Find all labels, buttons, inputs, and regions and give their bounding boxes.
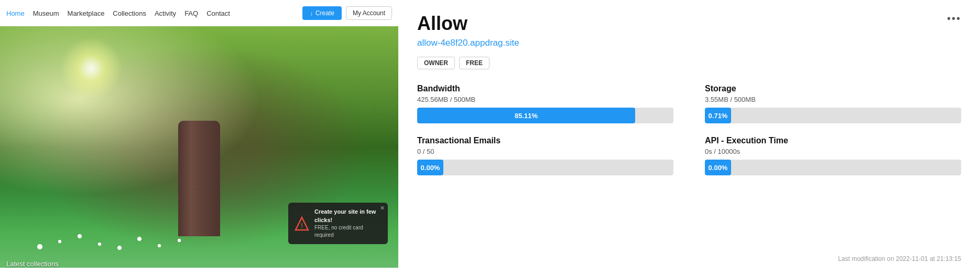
emails-progress-bg: 0.00%: [417, 160, 673, 175]
popup-overlay: ✕ ! Create your site in few clicks! FREE…: [288, 203, 388, 244]
nav-link-home[interactable]: Home: [6, 9, 25, 17]
create-button[interactable]: Create: [302, 6, 342, 20]
nav-link-activity[interactable]: Activity: [155, 9, 176, 17]
emails-value: 0 / 50: [417, 148, 673, 155]
app-url[interactable]: allow-4e8f20.appdrag.site: [417, 38, 961, 48]
api-title: API - Execution Time: [705, 136, 961, 145]
emails-progress-fill: 0.00%: [417, 160, 443, 175]
api-value: 0s / 10000s: [705, 148, 961, 155]
nav-link-contact[interactable]: Contact: [206, 9, 230, 17]
nav-link-museum[interactable]: Museum: [33, 9, 59, 17]
nav-links: Home Museum Marketplace Collections Acti…: [6, 9, 302, 17]
right-panel: ••• Allow allow-4e8f20.appdrag.site OWNE…: [398, 0, 980, 273]
nav-link-marketplace[interactable]: Marketplace: [68, 9, 105, 17]
storage-percent: 0.71%: [709, 112, 728, 120]
app-title: Allow: [417, 13, 961, 35]
metric-storage: Storage 3.55MB / 500MB 0.71%: [705, 84, 961, 123]
svg-text:!: !: [301, 222, 303, 229]
emails-percent: 0.00%: [421, 164, 440, 172]
bandwidth-title: Bandwidth: [417, 84, 673, 93]
left-panel: Home Museum Marketplace Collections Acti…: [0, 0, 398, 273]
api-progress-fill: 0.00%: [705, 160, 731, 175]
popup-sub-line: FREE, no credit card required: [314, 224, 383, 239]
popup-close-button[interactable]: ✕: [380, 205, 385, 212]
nav-link-collections[interactable]: Collections: [113, 9, 146, 17]
popup-main-line: Create your site in few clicks!: [314, 208, 383, 224]
metric-api: API - Execution Time 0s / 10000s 0.00%: [705, 136, 961, 175]
bandwidth-progress-bg: 85.11%: [417, 108, 673, 123]
badge-owner: OWNER: [417, 57, 455, 69]
metric-emails: Transactional Emails 0 / 50 0.00%: [417, 136, 673, 175]
metrics-grid: Bandwidth 425.56MB / 500MB 85.11% Storag…: [417, 84, 961, 175]
bandwidth-progress-fill: 85.11%: [417, 108, 635, 123]
api-progress-bg: 0.00%: [705, 160, 961, 175]
sun-rays: [60, 37, 123, 100]
metric-bandwidth: Bandwidth 425.56MB / 500MB 85.11%: [417, 84, 673, 123]
my-account-button[interactable]: My Account: [346, 6, 392, 20]
storage-progress-bg: 0.71%: [705, 108, 961, 123]
nav-buttons: Create My Account: [302, 6, 392, 20]
badge-free: FREE: [459, 57, 489, 69]
bandwidth-value: 425.56MB / 500MB: [417, 96, 673, 103]
popup-text: Create your site in few clicks! FREE, no…: [314, 208, 383, 239]
storage-title: Storage: [705, 84, 961, 93]
storage-value: 3.55MB / 500MB: [705, 96, 961, 103]
storage-progress-fill: 0.71%: [705, 108, 731, 123]
nav-bar: Home Museum Marketplace Collections Acti…: [0, 0, 398, 26]
last-modified: Last modification on 2022-11-01 at 21:13…: [838, 255, 961, 262]
more-options-button[interactable]: •••: [947, 13, 961, 25]
nav-link-faq[interactable]: FAQ: [184, 9, 198, 17]
emails-title: Transactional Emails: [417, 136, 673, 145]
api-percent: 0.00%: [709, 164, 728, 172]
badges: OWNER FREE: [417, 57, 961, 69]
bandwidth-percent: 85.11%: [515, 112, 538, 120]
hero-caption: Latest collections: [6, 260, 59, 268]
popup-icon: !: [293, 215, 310, 232]
